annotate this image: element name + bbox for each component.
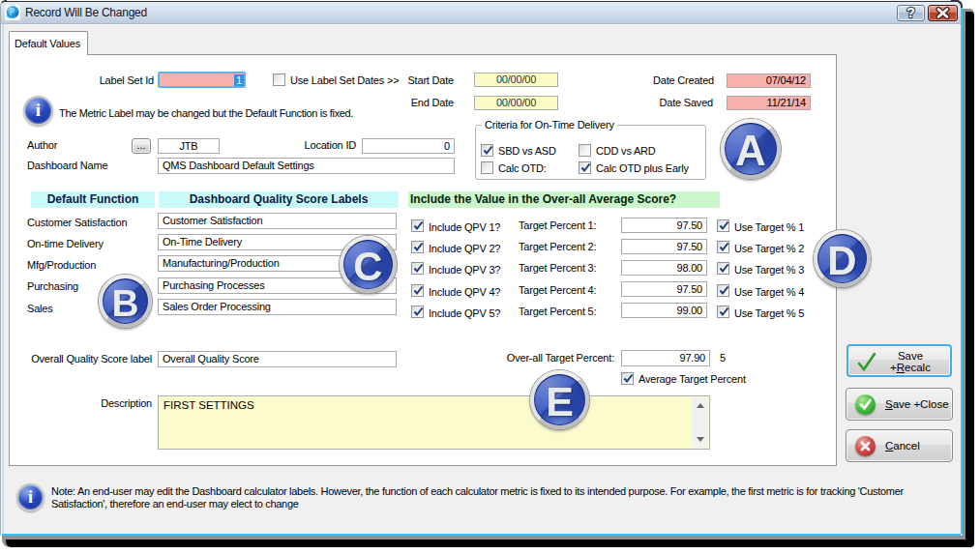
svg-text:?: ? — [906, 6, 915, 20]
